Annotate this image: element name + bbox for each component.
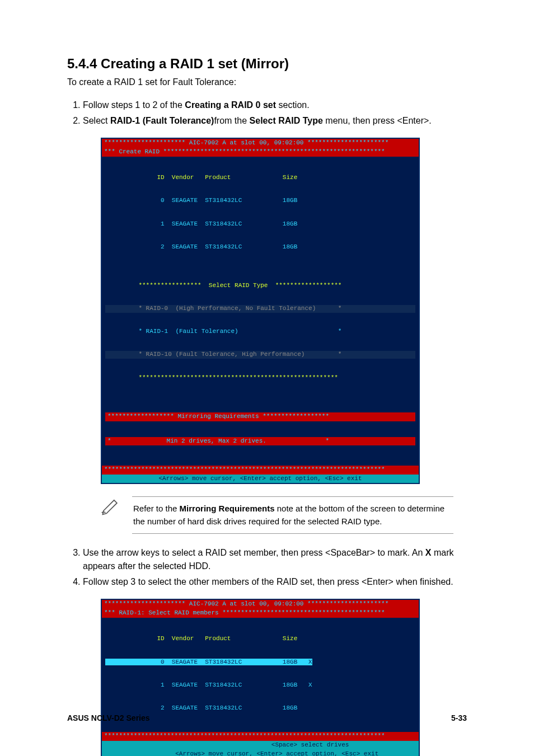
step-3-text-a: Use the arrow keys to select a RAID set … <box>83 548 425 557</box>
step-2-text-b: from the <box>214 116 249 125</box>
ss1-row: 2 SEAGATE ST318432LC 18GB <box>105 243 415 251</box>
ss1-select-opt: * RAID-0 (High Performance, No Fault Tol… <box>105 305 415 313</box>
step-4: Follow step 3 to select the other member… <box>83 575 467 589</box>
ss1-mirror-head: ****************** Mirroring Requirement… <box>105 412 415 421</box>
ss2-row: 0 SEAGATE ST318432LC 18GB X <box>105 659 415 666</box>
step-2-text-a: Select <box>83 116 110 125</box>
footer-left: ASUS NCLV-D2 Series <box>67 713 150 722</box>
ss2-topbar: ********************** AIC-7902 A at slo… <box>102 600 419 609</box>
step-2: Select RAID-1 (Fault Tolerance)from the … <box>83 114 467 128</box>
ss1-mirror-body: * Min 2 drives, Max 2 drives. * <box>105 437 415 446</box>
ss1-row: 1 SEAGATE ST318432LC 18GB <box>105 220 415 228</box>
note-pencil-icon <box>101 496 120 515</box>
ss1-select-end: ****************************************… <box>105 374 415 382</box>
ss1-select-opt-active: * RAID-1 (Fault Tolerance) * <box>105 328 415 336</box>
ss1-row: 0 SEAGATE ST318432LC 18GB <box>105 197 415 205</box>
note-text-bold: Mirroring Requirements <box>180 504 275 513</box>
ss1-title: *** Create RAID ************************… <box>102 148 419 157</box>
note-text-a: Refer to the <box>133 504 180 513</box>
step-3-bold: X <box>425 548 432 557</box>
ss2-title: *** RAID-1: Select RAID members ********… <box>102 609 419 618</box>
procedure-list-2: Use the arrow keys to select a RAID set … <box>67 546 467 589</box>
step-1: Follow steps 1 to 2 of the Creating a RA… <box>83 98 467 112</box>
ss2-row: 1 SEAGATE ST318432LC 18GB X <box>105 682 415 689</box>
ss2-col-head: ID Vendor Product Size <box>105 635 415 643</box>
step-3: Use the arrow keys to select a RAID set … <box>83 546 467 573</box>
step-1-text: Follow steps 1 to 2 of the <box>83 100 185 110</box>
procedure-list-1: Follow steps 1 to 2 of the Creating a RA… <box>67 98 467 128</box>
step-2-bold-b: Select RAID Type <box>250 116 323 125</box>
page-container: 5.4.4 Creating a RAID 1 set (Mirror) To … <box>0 0 534 756</box>
footer-right: 5-33 <box>451 713 467 722</box>
ss1-body: ID Vendor Product Size 0 SEAGATE ST31843… <box>102 157 419 466</box>
bios-screenshot-1: ********************** AIC-7902 A at slo… <box>101 138 420 484</box>
bios-screenshot-2: ********************** AIC-7902 A at slo… <box>101 599 420 756</box>
note-text: Refer to the Mirroring Requirements note… <box>132 496 453 534</box>
ss2-footer-2: <Arrows> move cursor, <Enter> accept opt… <box>102 750 419 756</box>
ss2-footer-1: <Space> select drives <box>102 741 419 750</box>
ss2-row-hl: 0 SEAGATE ST318432LC 18GB X <box>105 659 312 665</box>
intro-paragraph: To create a RAID 1 set for Fault Toleran… <box>67 77 467 87</box>
step-1-bold: Creating a RAID 0 set <box>185 100 276 110</box>
step-1-text-end: section. <box>276 100 310 110</box>
section-heading: 5.4.4 Creating a RAID 1 set (Mirror) <box>67 56 467 72</box>
ss1-select-opt: * RAID-10 (Fault Tolerance, High Perform… <box>105 351 415 359</box>
ss1-select-head: ***************** Select RAID Type *****… <box>105 282 415 290</box>
step-2-text-c: menu, then press <Enter>. <box>323 116 432 125</box>
page-footer: ASUS NCLV-D2 Series 5-33 <box>67 713 467 722</box>
ss2-sep: ****************************************… <box>102 732 419 741</box>
ss1-topbar: ********************** AIC-7902 A at slo… <box>102 139 419 148</box>
ss1-sep: ****************************************… <box>102 466 419 475</box>
note-block: Refer to the Mirroring Requirements note… <box>101 496 467 534</box>
step-2-bold-a: RAID-1 (Fault Tolerance) <box>110 116 214 125</box>
ss1-footer: <Arrows> move cursor, <Enter> accept opt… <box>102 475 419 483</box>
ss2-row: 2 SEAGATE ST318432LC 18GB <box>105 705 415 712</box>
ss1-col-head: ID Vendor Product Size <box>105 174 415 182</box>
